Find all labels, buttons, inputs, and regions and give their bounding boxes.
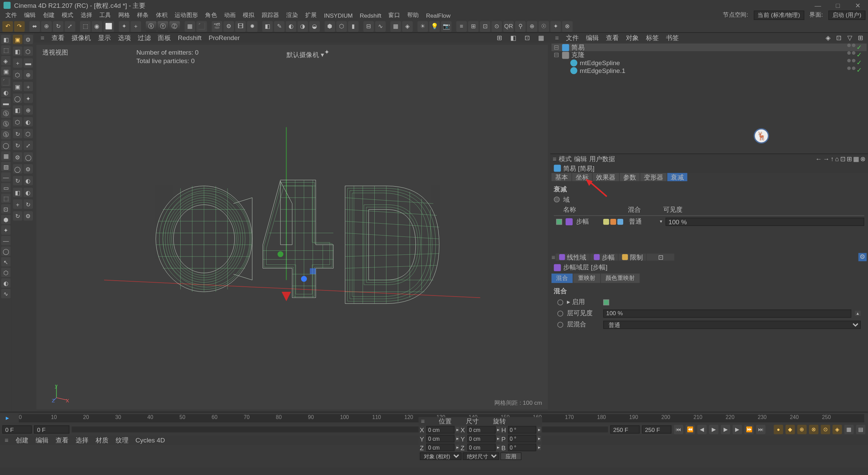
mode-btn-23[interactable]: ◐ — [1, 278, 11, 288]
menu-体积[interactable]: 体积 — [153, 11, 171, 19]
objmgr-tool-icon[interactable]: ⊡ — [834, 34, 844, 42]
coord-pos-input[interactable] — [427, 426, 455, 434]
object-row[interactable]: mtEdgeSpline.1✓ — [551, 66, 866, 74]
toolbar-btn-49[interactable]: ⊡ — [480, 21, 490, 32]
matmgr-menu-编辑[interactable]: 编辑 — [33, 436, 51, 444]
fields-radio[interactable] — [554, 196, 559, 202]
toolbar-btn-54[interactable]: ☉ — [538, 21, 549, 32]
objmgr-tool-icon[interactable]: ⊞ — [855, 34, 865, 42]
attr-nav-icon[interactable]: ⌂ — [835, 155, 839, 163]
object-row[interactable]: mtEdgeSpline✓ — [551, 59, 866, 66]
mode-btn-20[interactable]: ◯ — [1, 247, 11, 256]
toolbar-btn-51[interactable]: QR — [503, 21, 514, 32]
close-button[interactable]: ✕ — [848, 0, 868, 11]
palette-btn-8-1[interactable]: ⬡ — [23, 129, 33, 138]
toolbar-btn-52[interactable]: ⚲ — [515, 21, 526, 32]
key-options-button[interactable]: ▤ — [856, 425, 866, 434]
toolbar-btn-24[interactable]: 🎞 — [235, 21, 246, 32]
mode-btn-2[interactable]: ◈ — [1, 56, 11, 65]
toolbar-btn-20[interactable]: ⬛ — [196, 21, 207, 32]
palette-btn-0-0[interactable]: ▣ — [13, 35, 22, 44]
palette-btn-10-0[interactable]: ⚙ — [13, 152, 22, 162]
palette-btn-11-1[interactable]: ⚙ — [23, 164, 33, 174]
coord-pos-input[interactable] — [427, 443, 455, 451]
prev-frame-button[interactable]: ◀ — [697, 425, 707, 434]
mode-btn-9[interactable]: Ⓢ — [1, 130, 11, 139]
layer-visibility-input[interactable] — [603, 309, 851, 317]
palette-btn-12-0[interactable]: ↻ — [13, 176, 22, 185]
toolbar-btn-17[interactable]: Ⓩ — [169, 21, 180, 32]
menu-选择[interactable]: 选择 — [78, 11, 95, 19]
toolbar-btn-41[interactable]: ◈ — [402, 21, 413, 32]
toolbar-btn-12[interactable]: ✦ — [119, 21, 129, 32]
objmgr-menu-文件[interactable]: 文件 — [564, 33, 581, 42]
toolbar-btn-45[interactable]: 📷 — [441, 21, 452, 32]
toolbar-btn-28[interactable]: ✎ — [274, 21, 284, 32]
blend-tab-2[interactable]: 颜色重映射 — [601, 273, 639, 283]
step-forward-button[interactable]: ⏩ — [744, 425, 754, 434]
toolbar-btn-23[interactable]: ⚙ — [223, 21, 234, 32]
palette-btn-15-0[interactable]: ↻ — [13, 211, 22, 221]
matmgr-menu-创建[interactable]: 创建 — [13, 436, 31, 444]
key-rot-button[interactable]: ⊙ — [821, 425, 830, 434]
palette-btn-8-0[interactable]: ↻ — [13, 129, 22, 138]
palette-btn-5-1[interactable]: ✦ — [23, 94, 33, 103]
enable-checkbox[interactable] — [603, 299, 609, 305]
toolbar-btn-0[interactable]: ↶ — [2, 21, 13, 32]
vpmenu-选项[interactable]: 选项 — [115, 33, 134, 42]
objmgr-tool-icon[interactable]: ◈ — [823, 34, 833, 42]
toolbar-btn-13[interactable]: + — [131, 21, 141, 32]
vpmenu-查看[interactable]: 查看 — [48, 33, 67, 42]
toolbar-btn-25[interactable]: ✹ — [247, 21, 257, 32]
palette-btn-14-0[interactable]: + — [13, 200, 22, 209]
toolbar-btn-50[interactable]: ⊙ — [492, 21, 502, 32]
attr-nav-icon[interactable]: → — [823, 155, 829, 163]
coord-size-input[interactable] — [467, 426, 495, 434]
mode-btn-5[interactable]: ◐ — [1, 88, 11, 97]
autokey-button[interactable]: ◆ — [786, 425, 795, 434]
vpmenu-面板[interactable]: 面板 — [155, 33, 174, 42]
key-scale-button[interactable]: ⊗ — [809, 425, 818, 434]
field-tab-extra[interactable]: ⊡ — [647, 253, 674, 261]
blend-tab-0[interactable]: 混合 — [551, 273, 572, 283]
viewport-canvas[interactable]: 透视视图 默认摄像机 ▾✦ Number of emitters: 0Total… — [37, 45, 548, 410]
blend-tab-1[interactable]: 重映射 — [573, 273, 600, 283]
mode-btn-11[interactable]: ▦ — [1, 151, 11, 161]
menu-创建[interactable]: 创建 — [40, 11, 58, 19]
menu-扩展[interactable]: 扩展 — [302, 11, 320, 19]
menu-Redshift[interactable]: Redshift — [357, 12, 384, 19]
frame-current-input[interactable] — [34, 425, 70, 434]
palette-btn-12-1[interactable]: ◐ — [23, 176, 33, 185]
matmgr-menu-材质[interactable]: 材质 — [93, 436, 111, 444]
toolbar-btn-16[interactable]: Ⓨ — [158, 21, 168, 32]
coord-apply-button[interactable]: 应用 — [500, 452, 521, 460]
vpmenu-显示[interactable]: 显示 — [95, 33, 114, 42]
toolbar-btn-55[interactable]: ✦ — [550, 21, 561, 32]
vpmenu-摄像机[interactable]: 摄像机 — [68, 33, 94, 42]
coord-pos-input[interactable] — [427, 435, 455, 442]
objmgr-menu-编辑[interactable]: 编辑 — [584, 33, 601, 42]
nodespace-dropdown[interactable]: 当前 (标准/物理) — [753, 11, 804, 20]
vp-layout-icon[interactable]: ▦ — [535, 34, 547, 42]
toolbar-btn-5[interactable]: ↻ — [53, 21, 63, 32]
menu-模式[interactable]: 模式 — [59, 11, 76, 19]
menu-文件[interactable]: 文件 — [2, 11, 20, 19]
attr-nav-icon[interactable]: ⊡ — [840, 155, 846, 163]
vpmenu-过滤[interactable]: 过滤 — [135, 33, 154, 42]
toolbar-btn-34[interactable]: ⬡ — [336, 21, 347, 32]
palette-btn-3-1[interactable]: ⊕ — [23, 70, 33, 79]
mode-btn-3[interactable]: ▣ — [1, 66, 11, 76]
mode-btn-15[interactable]: ⬚ — [1, 193, 11, 203]
toolbar-btn-6[interactable]: ⤢ — [65, 21, 75, 32]
coord-size-input[interactable] — [467, 435, 495, 442]
field-settings-icon[interactable]: ⚙ — [859, 253, 867, 261]
toolbar-btn-15[interactable]: Ⓧ — [146, 21, 156, 32]
menu-动画[interactable]: 动画 — [221, 11, 239, 19]
mode-btn-24[interactable]: ∿ — [1, 289, 11, 298]
mode-btn-10[interactable]: ◯ — [1, 140, 11, 150]
toolbar-btn-47[interactable]: ≡ — [456, 21, 467, 32]
toolbar-btn-44[interactable]: 💡 — [429, 21, 440, 32]
frame-end-input[interactable] — [610, 425, 640, 434]
field-tab-1[interactable]: 步幅 — [591, 253, 618, 261]
toolbar-btn-9[interactable]: ◉ — [92, 21, 102, 32]
